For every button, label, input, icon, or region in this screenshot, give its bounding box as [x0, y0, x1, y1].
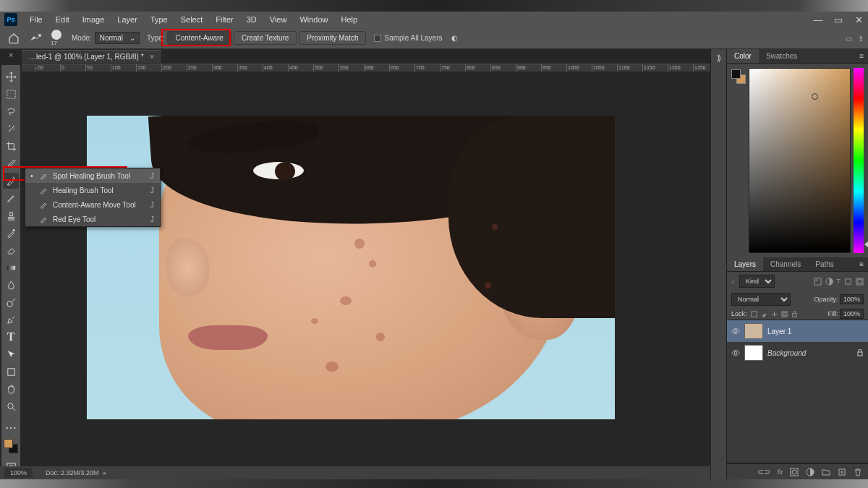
- tab-paths[interactable]: Paths: [808, 257, 841, 271]
- filter-adjust-icon[interactable]: [825, 278, 833, 286]
- mode-select[interactable]: Normal ⌄: [95, 32, 140, 44]
- maximize-icon[interactable]: ▭: [833, 14, 843, 25]
- tab-layers[interactable]: Layers: [727, 257, 763, 271]
- flyout-item[interactable]: Content-Aware Move ToolJ: [25, 197, 160, 212]
- lasso-tool[interactable]: [3, 103, 19, 119]
- menu-select[interactable]: Select: [174, 13, 210, 26]
- menu-help[interactable]: Help: [335, 13, 365, 26]
- crop-tool[interactable]: [3, 138, 19, 154]
- color-field[interactable]: [749, 68, 851, 253]
- marquee-tool[interactable]: [3, 86, 19, 102]
- menu-edit[interactable]: Edit: [49, 13, 76, 26]
- fx-icon[interactable]: fx: [778, 468, 783, 476]
- filter-shape-icon[interactable]: [844, 278, 852, 286]
- menu-3d[interactable]: 3D: [240, 13, 263, 26]
- type-create-texture[interactable]: Create Texture: [234, 31, 297, 45]
- chevron-right-icon[interactable]: ▸: [103, 469, 107, 476]
- wand-tool[interactable]: [3, 121, 19, 137]
- home-icon[interactable]: [7, 33, 20, 44]
- menu-file[interactable]: File: [23, 13, 49, 26]
- minimize-icon[interactable]: —: [813, 14, 823, 25]
- edit-toolbar-icon[interactable]: ⋯: [3, 419, 19, 435]
- flyout-item[interactable]: Red Eye ToolJ: [25, 212, 160, 226]
- stamp-tool[interactable]: [3, 207, 19, 223]
- eraser-tool[interactable]: [3, 242, 19, 258]
- fill-value[interactable]: 100%: [840, 309, 864, 319]
- filter-type-icon[interactable]: T: [837, 278, 841, 286]
- menu-type[interactable]: Type: [144, 13, 174, 26]
- sample-all-layers-checkbox[interactable]: Sample All Layers: [374, 34, 442, 42]
- color-swatch-mini[interactable]: [731, 69, 746, 84]
- flyout-item[interactable]: Healing Brush ToolJ: [25, 183, 160, 197]
- type-proximity-match[interactable]: Proximity Match: [299, 31, 366, 45]
- link-icon[interactable]: ⊂⊃: [757, 467, 770, 476]
- lock-icon[interactable]: [751, 311, 757, 317]
- move-tool[interactable]: [3, 69, 19, 85]
- horizontal-ruler: -500501001502002503003504004505005506006…: [22, 64, 723, 72]
- filter-image-icon[interactable]: [814, 278, 822, 286]
- layer-row[interactable]: Layer 1: [727, 320, 868, 342]
- tool-preset-picker[interactable]: [29, 32, 43, 45]
- right-panels: Color Swatches ≡ Layers Channels Paths ≡…: [726, 49, 868, 479]
- zoom-level[interactable]: 100%: [4, 468, 33, 478]
- path-select-tool[interactable]: [3, 346, 19, 362]
- lock-all-icon[interactable]: [791, 311, 798, 317]
- menu-image[interactable]: Image: [76, 13, 111, 26]
- tab-swatches[interactable]: Swatches: [759, 49, 804, 63]
- svg-point-2: [13, 229, 14, 231]
- tab-close-icon[interactable]: ×: [9, 51, 13, 59]
- eyedropper-tool[interactable]: [3, 155, 19, 171]
- new-layer-icon[interactable]: [838, 468, 846, 476]
- brush-tool[interactable]: [3, 190, 19, 206]
- lock-move-icon[interactable]: [771, 311, 778, 317]
- shape-tool[interactable]: [3, 364, 19, 380]
- adjustment-icon[interactable]: [806, 468, 814, 476]
- svg-point-6: [7, 403, 13, 408]
- menu-filter[interactable]: Filter: [209, 13, 239, 26]
- healing-brush-tool[interactable]: [3, 173, 19, 189]
- dodge-tool[interactable]: [3, 294, 19, 310]
- layer-row[interactable]: Background: [727, 342, 868, 364]
- menu-window[interactable]: Window: [293, 13, 334, 26]
- panel-divider[interactable]: ⟫: [710, 49, 726, 480]
- blur-tool[interactable]: [3, 277, 19, 293]
- layers-footer: ⊂⊃ fx: [727, 463, 868, 479]
- svg-rect-1: [7, 90, 14, 98]
- history-brush-tool[interactable]: [3, 225, 19, 241]
- blend-mode-select[interactable]: Normal: [731, 293, 791, 306]
- hue-slider[interactable]: [854, 68, 864, 253]
- visibility-icon[interactable]: [731, 327, 740, 335]
- panel-menu-icon[interactable]: ≡: [855, 49, 868, 63]
- visibility-icon[interactable]: [731, 348, 740, 357]
- panel-menu-icon[interactable]: ≡: [855, 257, 868, 271]
- filter-kind-select[interactable]: Kind: [739, 275, 775, 288]
- brush-preview[interactable]: 17: [51, 30, 63, 46]
- zoom-tool[interactable]: [3, 398, 19, 414]
- type-tool[interactable]: T: [3, 329, 19, 345]
- menu-view[interactable]: View: [263, 13, 294, 26]
- pen-tool[interactable]: [3, 312, 19, 328]
- color-swatches[interactable]: [4, 439, 18, 453]
- trash-icon[interactable]: [854, 468, 862, 476]
- canvas-area[interactable]: [22, 72, 723, 466]
- tab-channels[interactable]: Channels: [763, 257, 808, 271]
- type-content-aware[interactable]: Content-Aware: [167, 31, 231, 45]
- tab-color[interactable]: Color: [727, 49, 759, 63]
- mask-icon[interactable]: [790, 468, 799, 476]
- filter-smart-icon[interactable]: [856, 278, 864, 286]
- share-icon[interactable]: ⇪: [858, 35, 864, 43]
- document-tab[interactable]: …led-1 @ 100% (Layer 1, RGB/8) * ×: [22, 50, 161, 63]
- hand-tool[interactable]: [3, 381, 19, 397]
- lock-paint-icon[interactable]: [761, 311, 767, 317]
- group-icon[interactable]: [822, 468, 830, 476]
- gradient-tool[interactable]: [3, 260, 19, 275]
- flyout-item[interactable]: •Spot Healing Brush ToolJ: [25, 168, 160, 183]
- arrange-icon[interactable]: ▭: [846, 35, 852, 43]
- opacity-value[interactable]: 100%: [840, 294, 864, 304]
- lock-nest-icon[interactable]: [781, 311, 788, 317]
- close-icon[interactable]: ✕: [854, 14, 864, 25]
- pressure-icon[interactable]: ◐: [451, 34, 458, 42]
- mode-label: Mode:: [72, 34, 92, 42]
- menu-layer[interactable]: Layer: [111, 13, 144, 26]
- expand-icon[interactable]: ⟫: [717, 53, 721, 63]
